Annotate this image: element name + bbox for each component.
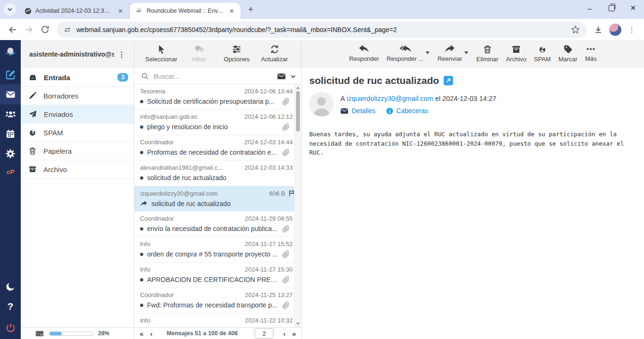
folder-enviados[interactable]: Enviados: [21, 105, 134, 124]
folder-label: Borradores: [43, 92, 128, 100]
dropdown-caret[interactable]: [464, 51, 468, 54]
rail-contacts-button[interactable]: [0, 104, 21, 124]
bookmark-star-icon[interactable]: [571, 25, 580, 34]
details-toggle[interactable]: Detalles: [340, 107, 376, 115]
recipient-email-link[interactable]: izquierdolizzy30@gmail.com: [347, 95, 433, 102]
account-menu-button[interactable]: ⋮: [114, 50, 129, 59]
message-view: solicitud de ruc actualizado A izquierdo…: [302, 68, 644, 339]
more-button[interactable]: Más: [585, 44, 597, 62]
options-sliders-icon: [231, 44, 242, 54]
open-in-new-window-button[interactable]: [444, 76, 453, 85]
rail-cpanel-button[interactable]: cP: [0, 164, 21, 180]
trash-icon: [483, 44, 492, 54]
external-link-icon: [446, 78, 451, 83]
list-scrollbar[interactable]: [294, 84, 301, 327]
attachment-icon: [282, 301, 290, 309]
folder-spam[interactable]: SPAM: [21, 124, 134, 142]
dropdown-caret[interactable]: [426, 51, 429, 54]
folder-archivo[interactable]: Archivo: [21, 160, 134, 179]
attachment-icon: [282, 225, 290, 233]
new-tab-button[interactable]: +: [244, 3, 257, 16]
headers-toggle[interactable]: Cabeceras: [386, 107, 429, 115]
url-text[interactable]: webmail.sanjuan.gob.ec/cpsess6773850452/…: [76, 26, 566, 33]
scrollbar-thumb[interactable]: [296, 91, 300, 132]
window-close-button[interactable]: ✕: [622, 0, 644, 16]
message-row[interactable]: Info2024-11-22 10:32: [134, 314, 301, 327]
download-icon: [594, 25, 603, 34]
select-button[interactable]: Seleccionar: [145, 44, 178, 63]
window-minimize-button[interactable]: –: [579, 0, 601, 16]
message-view-panel: Responder Responder ... Reenviar Elimina…: [302, 40, 644, 339]
message-row[interactable]: info@sanjuan.gob.ec2024-12-06 12:12 plie…: [134, 110, 301, 135]
browser-profile-avatar[interactable]: [609, 24, 621, 36]
refresh-button[interactable]: Actualizar: [258, 44, 291, 63]
options-button[interactable]: Opciones: [220, 44, 253, 63]
browser-menu-button[interactable]: ⋮: [624, 25, 639, 34]
compose-button[interactable]: [0, 65, 21, 84]
threads-button[interactable]: Hilos: [182, 44, 215, 63]
tab-close-icon[interactable]: ✕: [116, 8, 124, 15]
search-icon: [141, 72, 149, 80]
unread-dot: [140, 100, 143, 103]
message-row[interactable]: Tesoreria2024-12-06 13:44 Solicitud de c…: [134, 84, 301, 110]
message-row[interactable]: Info2024-11-27 15:52 orden de compra # 5…: [134, 237, 301, 263]
back-button[interactable]: [5, 22, 21, 38]
spam-button[interactable]: SPAM: [534, 44, 551, 63]
forward-button[interactable]: [21, 22, 37, 38]
recipient-line: A izquierdolizzy30@gmail.com el 2024-12-…: [340, 95, 496, 102]
url-bar[interactable]: webmail.sanjuan.gob.ec/cpsess6773850452/…: [57, 22, 586, 38]
message-toolbar: Responder Responder ... Reenviar Elimina…: [302, 40, 644, 68]
rail-mail-button[interactable]: [0, 84, 21, 104]
rail-calendar-button[interactable]: [0, 124, 21, 144]
window-restore-button[interactable]: [601, 0, 622, 16]
tab-title: Roundcube Webmail :: Enviados: [147, 8, 224, 14]
folder-papelera[interactable]: Papelera: [21, 142, 134, 160]
site-info-icon[interactable]: [63, 25, 72, 34]
message-row[interactable]: Coordinador2024-11-29 08:55 envío la nec…: [134, 212, 301, 237]
tab-search-button[interactable]: [4, 3, 16, 16]
folder-borradores[interactable]: Borradores: [21, 87, 134, 105]
unread-dot: [140, 253, 143, 256]
calendar-icon: [5, 129, 16, 139]
search-options-chevron-icon[interactable]: [290, 73, 297, 80]
reply-all-button[interactable]: Responder ...: [387, 44, 423, 62]
help-button[interactable]: ?: [0, 297, 21, 316]
logout-button[interactable]: [0, 316, 21, 339]
browser-tab-roundcube[interactable]: Roundcube Webmail :: Enviados ✕: [130, 3, 240, 19]
quota-percent: 28%: [98, 330, 109, 337]
message-row[interactable]: Info2024-11-27 15:30 APROBACION DE CERTI…: [134, 263, 301, 288]
first-page-button[interactable]: «: [140, 330, 143, 337]
archive-button[interactable]: Archivo: [506, 44, 526, 63]
scroll-up-icon[interactable]: [296, 86, 300, 89]
restore-icon: [609, 5, 615, 11]
downloads-button[interactable]: [590, 22, 606, 38]
archive-icon: [28, 165, 37, 174]
reply-button[interactable]: Responder: [349, 44, 380, 62]
message-row[interactable]: alexandralban1981@gmail.c...2024-12-03 1…: [134, 161, 301, 186]
reload-button[interactable]: [37, 22, 53, 38]
last-page-button[interactable]: »: [292, 330, 296, 337]
forward-button[interactable]: Reenviar: [438, 44, 462, 62]
prev-page-button[interactable]: ‹: [150, 330, 153, 337]
attachment-icon: [282, 149, 290, 157]
browser-tab-activity[interactable]: Actividad 2024-12-03 12:30:00 ✕: [19, 3, 130, 19]
message-row[interactable]: Coordinador2024-11-25 13:27 Fwd: Proform…: [134, 288, 301, 314]
message-row-selected[interactable]: izquierdolizzy30@gmail.com 606 B solicit…: [134, 186, 301, 212]
folder-entrada[interactable]: Entrada 3: [21, 68, 134, 87]
next-page-button[interactable]: ›: [283, 330, 285, 337]
dark-mode-toggle[interactable]: [0, 277, 21, 297]
pagination-text: Mensajes 51 a 100 de 406: [167, 330, 238, 337]
message-row[interactable]: Coordinador2024-12-03 14:44 Proformas de…: [134, 135, 301, 161]
search-scope-mail-icon[interactable]: [277, 73, 286, 80]
tag-icon: [563, 44, 573, 54]
reply-all-icon: [399, 44, 411, 54]
unread-dot: [140, 304, 143, 307]
search-input[interactable]: [153, 72, 273, 81]
tab-close-icon[interactable]: ✕: [228, 8, 236, 15]
delete-button[interactable]: Eliminar: [476, 44, 498, 63]
page-number-input[interactable]: [255, 328, 273, 339]
rail-settings-button[interactable]: [0, 144, 21, 164]
scroll-down-icon[interactable]: [296, 322, 300, 325]
list-toolbar: Seleccionar Hilos Opciones Actualizar: [134, 40, 301, 68]
mark-button[interactable]: Marcar: [558, 44, 577, 63]
